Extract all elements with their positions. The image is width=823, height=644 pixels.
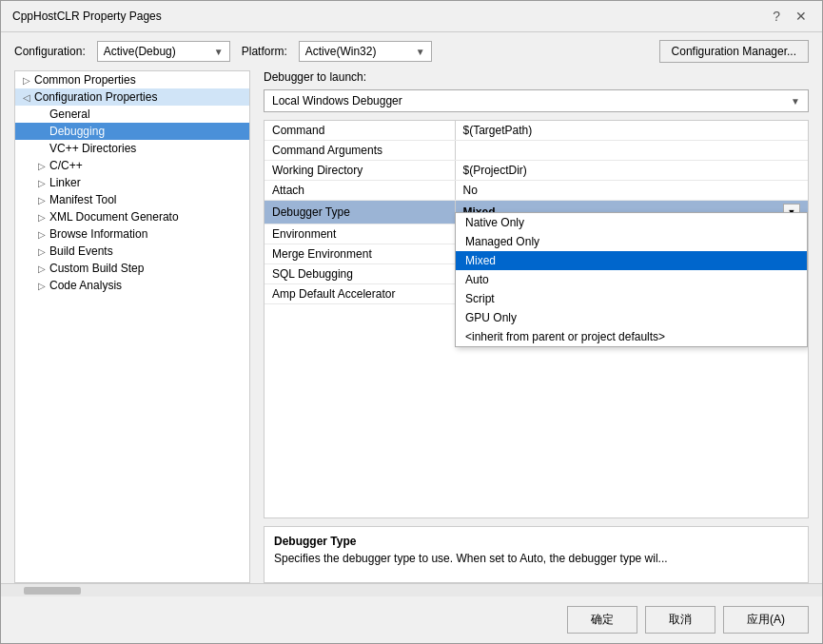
property-name-1: Command Arguments bbox=[265, 141, 455, 161]
tree-item-debugging[interactable]: Debugging bbox=[15, 123, 249, 140]
dialog-title: CppHostCLR Property Pages bbox=[12, 10, 162, 23]
configuration-manager-button[interactable]: Configuration Manager... bbox=[659, 40, 809, 63]
platform-label: Platform: bbox=[242, 45, 287, 58]
tree-item-cpp[interactable]: ▷C/C++ bbox=[15, 157, 249, 174]
property-name-3: Attach bbox=[265, 181, 455, 201]
config-label: Configuration: bbox=[14, 45, 86, 58]
config-row: Configuration: Active(Debug) ▼ Platform:… bbox=[1, 32, 822, 70]
title-controls: ? ✕ bbox=[769, 9, 811, 24]
debugger-dropdown-arrow: ▼ bbox=[791, 96, 800, 107]
property-name-0: Command bbox=[265, 121, 455, 141]
platform-value: Active(Win32) bbox=[305, 45, 377, 58]
right-panel: Debugger to launch: Local Windows Debugg… bbox=[250, 70, 809, 583]
scrollbar-thumb[interactable] bbox=[24, 587, 81, 595]
dropdown-option-3[interactable]: Auto bbox=[456, 270, 807, 289]
tree-expander-browse-info[interactable]: ▷ bbox=[34, 229, 49, 240]
tree-expander-linker[interactable]: ▷ bbox=[34, 178, 49, 188]
tree-label-linker: Linker bbox=[49, 176, 81, 189]
property-row-2[interactable]: Working Directory$(ProjectDir) bbox=[265, 161, 808, 181]
property-name-7: SQL Debugging bbox=[265, 264, 455, 284]
tree-expander-code-analysis[interactable]: ▷ bbox=[34, 281, 49, 291]
tree-item-build-events[interactable]: ▷Build Events bbox=[15, 243, 249, 260]
tree-item-common-properties[interactable]: ▷Common Properties bbox=[15, 71, 249, 88]
apply-button[interactable]: 应用(A) bbox=[723, 606, 809, 634]
tree-label-code-analysis: Code Analysis bbox=[49, 279, 122, 292]
tree-item-code-analysis[interactable]: ▷Code Analysis bbox=[15, 277, 249, 294]
debugger-launch-value: Local Windows Debugger bbox=[272, 94, 402, 107]
dropdown-option-5[interactable]: GPU Only bbox=[456, 308, 807, 327]
property-row-0[interactable]: Command$(TargetPath) bbox=[265, 121, 808, 141]
tree-item-configuration-properties[interactable]: ◁Configuration Properties bbox=[15, 88, 249, 106]
tree-label-general: General bbox=[49, 107, 90, 121]
dropdown-option-0[interactable]: Native Only bbox=[456, 213, 807, 232]
tree-label-manifest-tool: Manifest Tool bbox=[49, 193, 116, 206]
info-title: Debugger Type bbox=[274, 535, 798, 548]
tree-label-xml-doc: XML Document Generato bbox=[49, 210, 179, 224]
tree-label-common-properties: Common Properties bbox=[34, 73, 136, 87]
tree-item-linker[interactable]: ▷Linker bbox=[15, 174, 249, 191]
tree-expander-common-properties[interactable]: ▷ bbox=[19, 75, 34, 86]
info-description: Specifies the debugger type to use. When… bbox=[274, 552, 798, 565]
tree-item-custom-build[interactable]: ▷Custom Build Step bbox=[15, 260, 249, 277]
tree-label-custom-build: Custom Build Step bbox=[49, 262, 144, 275]
property-name-2: Working Directory bbox=[265, 161, 455, 181]
platform-dropdown-arrow: ▼ bbox=[416, 47, 425, 57]
property-pages-dialog: CppHostCLR Property Pages ? ✕ Configurat… bbox=[0, 0, 823, 644]
config-value: Active(Debug) bbox=[104, 45, 176, 58]
tree-expander-xml-doc[interactable]: ▷ bbox=[34, 212, 49, 223]
horizontal-scrollbar[interactable] bbox=[1, 583, 822, 596]
dropdown-option-4[interactable]: Script bbox=[456, 289, 807, 308]
dropdown-option-6[interactable]: <inherit from parent or project defaults… bbox=[456, 327, 807, 346]
tree-item-vc-directories[interactable]: VC++ Directories bbox=[15, 140, 249, 157]
dropdown-option-2[interactable]: Mixed bbox=[456, 251, 807, 270]
dropdown-option-1[interactable]: Managed Only bbox=[456, 232, 807, 251]
main-content: ▷Common Properties◁Configuration Propert… bbox=[1, 70, 822, 583]
config-dropdown[interactable]: Active(Debug) ▼ bbox=[97, 41, 230, 62]
tree-item-xml-doc[interactable]: ▷XML Document Generato bbox=[15, 208, 249, 225]
title-bar: CppHostCLR Property Pages ? ✕ bbox=[1, 1, 822, 32]
debugger-launch-dropdown[interactable]: Local Windows Debugger ▼ bbox=[264, 89, 809, 112]
bottom-buttons: 确定 取消 应用(A) bbox=[1, 596, 822, 643]
tree-label-browse-info: Browse Information bbox=[49, 227, 147, 241]
property-value-1[interactable] bbox=[455, 141, 808, 161]
tree-expander-manifest-tool[interactable]: ▷ bbox=[34, 195, 49, 205]
tree-expander-build-events[interactable]: ▷ bbox=[34, 246, 49, 257]
platform-dropdown[interactable]: Active(Win32) ▼ bbox=[299, 41, 432, 62]
config-dropdown-arrow: ▼ bbox=[214, 47, 224, 57]
tree-expander-configuration-properties[interactable]: ◁ bbox=[19, 92, 34, 103]
property-row-1[interactable]: Command Arguments bbox=[265, 141, 808, 161]
tree-item-general[interactable]: General bbox=[15, 106, 249, 123]
tree-label-vc-directories: VC++ Directories bbox=[49, 142, 136, 155]
property-value-0[interactable]: $(TargetPath) bbox=[455, 121, 808, 141]
property-value-3[interactable]: No bbox=[455, 181, 808, 201]
cancel-button[interactable]: 取消 bbox=[645, 606, 715, 634]
debugger-label: Debugger to launch: bbox=[264, 70, 809, 84]
tree-label-cpp: C/C++ bbox=[49, 159, 83, 172]
property-value-2[interactable]: $(ProjectDir) bbox=[455, 161, 808, 181]
close-button[interactable]: ✕ bbox=[792, 9, 811, 24]
property-name-4: Debugger Type bbox=[265, 201, 455, 224]
tree-label-debugging: Debugging bbox=[49, 125, 105, 138]
tree-label-build-events: Build Events bbox=[49, 244, 113, 258]
property-row-3[interactable]: AttachNo bbox=[265, 181, 808, 201]
tree-item-manifest-tool[interactable]: ▷Manifest Tool bbox=[15, 191, 249, 208]
left-tree-panel: ▷Common Properties◁Configuration Propert… bbox=[14, 70, 250, 583]
debugger-type-dropdown[interactable]: Native OnlyManaged OnlyMixedAutoScriptGP… bbox=[455, 212, 808, 347]
tree-expander-cpp[interactable]: ▷ bbox=[34, 161, 49, 171]
properties-table-container: Command$(TargetPath)Command ArgumentsWor… bbox=[264, 120, 809, 518]
info-panel: Debugger Type Specifies the debugger typ… bbox=[264, 526, 809, 583]
property-name-8: Amp Default Accelerator bbox=[265, 284, 455, 304]
property-name-6: Merge Environment bbox=[265, 244, 455, 264]
help-button[interactable]: ? bbox=[769, 9, 784, 24]
property-name-5: Environment bbox=[265, 224, 455, 244]
tree-item-browse-info[interactable]: ▷Browse Information bbox=[15, 225, 249, 243]
tree-expander-custom-build[interactable]: ▷ bbox=[34, 263, 49, 274]
tree-label-configuration-properties: Configuration Properties bbox=[34, 90, 157, 104]
ok-button[interactable]: 确定 bbox=[567, 606, 637, 634]
